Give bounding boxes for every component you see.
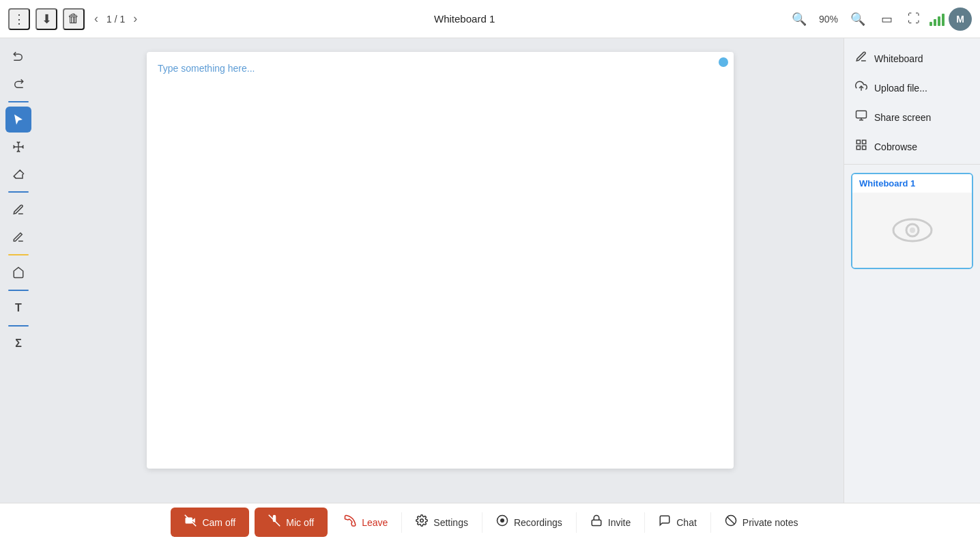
whiteboard-card-title: Whiteboard 1 [852, 174, 972, 193]
sidebar-cobrowse-label: Cobrowse [874, 141, 917, 152]
cam-off-icon [184, 514, 197, 530]
top-toolbar: ⋮ ⬇ 🗑 ‹ 1 / 1 › Whiteboard 1 🔍 90% 🔍 ▭ ⛶… [0, 0, 980, 38]
recordings-icon [496, 514, 508, 530]
sidebar-divider [844, 164, 980, 165]
chat-icon [659, 514, 671, 530]
download-button[interactable]: ⬇ [35, 8, 57, 30]
invite-button[interactable]: Invite [577, 503, 644, 541]
fit-screen-button[interactable]: ▭ [875, 8, 898, 31]
canvas-area: Type something here... [37, 38, 844, 503]
whiteboard-thumbnail-card[interactable]: Whiteboard 1 [851, 173, 973, 269]
highlighter-tool-button[interactable] [5, 224, 31, 250]
mic-off-icon [268, 514, 280, 530]
signal-strength-icon [929, 12, 945, 26]
prev-page-button[interactable]: ‹ [90, 10, 102, 27]
pen-tool-button[interactable] [5, 197, 31, 223]
formula-tool-button[interactable]: Σ [5, 331, 31, 357]
page-info: 1 / 1 [106, 14, 125, 25]
whiteboard-canvas[interactable]: Type something here... [147, 52, 734, 469]
chat-label: Chat [676, 517, 697, 528]
sigma-icon: Σ [15, 337, 22, 350]
undo-button[interactable] [5, 44, 31, 70]
next-page-button[interactable]: › [129, 10, 141, 27]
sidebar-upload-label: Upload file... [874, 83, 927, 94]
settings-button[interactable]: Settings [402, 503, 482, 541]
user-avatar-button[interactable]: M [949, 8, 972, 31]
page-navigation: ‹ 1 / 1 › [90, 10, 141, 27]
settings-label: Settings [433, 517, 468, 528]
svg-point-15 [501, 519, 504, 523]
zoom-controls: 🔍 90% 🔍 [788, 10, 869, 28]
svg-point-13 [420, 519, 424, 523]
sidebar-item-upload[interactable]: Upload file... [844, 73, 980, 102]
text-icon: T [15, 302, 22, 314]
leave-label: Leave [362, 517, 388, 528]
shapes-tool-button[interactable] [5, 260, 31, 286]
invite-label: Invite [608, 517, 631, 528]
select-tool-button[interactable] [5, 107, 31, 133]
toolbar-divider-1 [8, 101, 29, 102]
toolbar-divider-4 [8, 290, 29, 291]
text-tool-button[interactable]: T [5, 295, 31, 321]
main-area: T Σ Type something here... Whiteboard Up… [0, 38, 980, 503]
delete-button[interactable]: 🗑 [63, 8, 85, 30]
svg-rect-1 [856, 111, 867, 118]
document-title: Whiteboard 1 [147, 13, 782, 25]
invite-icon [590, 514, 603, 530]
svg-line-18 [727, 517, 735, 525]
cam-off-label: Cam off [202, 517, 235, 528]
chat-button[interactable]: Chat [645, 503, 710, 541]
upload-icon [855, 80, 867, 96]
private-notes-label: Private notes [743, 517, 798, 528]
leave-icon [344, 514, 356, 530]
left-toolbar: T Σ [0, 38, 37, 503]
recordings-label: Recordings [514, 517, 562, 528]
canvas-dot [719, 57, 728, 67]
pencil-icon [855, 51, 867, 66]
sidebar-item-whiteboard[interactable]: Whiteboard [844, 44, 980, 73]
share-screen-icon [855, 109, 867, 125]
cobrowse-icon [855, 139, 867, 154]
svg-rect-7 [863, 146, 866, 150]
zoom-level: 90% [815, 14, 842, 25]
right-sidebar: Whiteboard Upload file... Share screen C… [844, 38, 980, 503]
fullscreen-button[interactable]: ⛶ [902, 8, 925, 31]
svg-rect-16 [592, 520, 601, 525]
mic-off-label: Mic off [286, 517, 314, 528]
sidebar-whiteboard-label: Whiteboard [874, 53, 923, 64]
toolbar-divider-2 [8, 191, 29, 193]
eraser-tool-button[interactable] [5, 161, 31, 187]
bottom-toolbar: Cam off Mic off Leave Settings Recording… [0, 503, 980, 541]
move-tool-button[interactable] [5, 134, 31, 160]
top-right-icons: ▭ ⛶ M [875, 8, 972, 31]
settings-icon [416, 514, 428, 530]
canvas-placeholder[interactable]: Type something here... [158, 63, 255, 74]
svg-rect-4 [856, 140, 860, 143]
whiteboard-card-preview [852, 193, 972, 268]
zoom-in-button[interactable]: 🔍 [846, 10, 869, 28]
cam-off-button[interactable]: Cam off [171, 508, 249, 537]
private-notes-icon [725, 514, 737, 530]
svg-point-10 [910, 227, 915, 233]
private-notes-button[interactable]: Private notes [711, 503, 812, 541]
mic-off-button[interactable]: Mic off [255, 508, 328, 537]
sidebar-item-cobrowse[interactable]: Cobrowse [844, 132, 980, 161]
toolbar-divider-3 [8, 254, 29, 255]
sidebar-share-screen-label: Share screen [874, 112, 931, 123]
recordings-button[interactable]: Recordings [482, 503, 576, 541]
leave-button[interactable]: Leave [330, 503, 401, 541]
toolbar-divider-5 [8, 325, 29, 327]
sidebar-item-share-screen[interactable]: Share screen [844, 102, 980, 132]
eye-preview-icon [891, 215, 934, 245]
redo-button[interactable] [5, 71, 31, 97]
zoom-out-button[interactable]: 🔍 [788, 10, 811, 28]
svg-rect-5 [863, 140, 866, 143]
more-options-button[interactable]: ⋮ [8, 8, 30, 30]
svg-rect-6 [856, 146, 860, 150]
